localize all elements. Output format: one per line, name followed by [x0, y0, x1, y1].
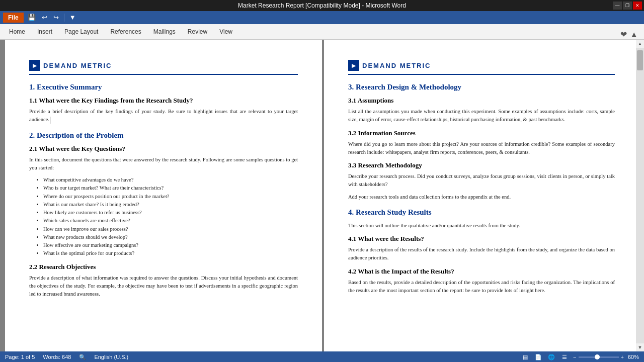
logo-left: ▶ DEMAND METRIC — [29, 60, 298, 75]
section-4: 4. Research Study Results This section w… — [348, 208, 615, 295]
window-title: Market Research Report [Compatibility Mo… — [238, 2, 406, 9]
list-item: Who is our target market? What are their… — [43, 184, 298, 192]
customize-icon[interactable]: ▼ — [67, 13, 78, 23]
list-item: What is the optimal price for our produc… — [43, 249, 298, 257]
section-3-1-body: List all the assumptions you made when c… — [348, 108, 615, 124]
ribbon-tabs: Home Insert Page Layout References Maili… — [0, 24, 644, 39]
restore-button[interactable]: ❐ — [623, 2, 632, 10]
list-item: What is our market share? Is it being er… — [43, 201, 298, 209]
page-right[interactable]: ▶ DEMAND METRIC 3. Research Design & Met… — [322, 40, 639, 351]
zoom-level[interactable]: 60% — [628, 354, 639, 360]
section-3-2-body: Where did you go to learn more about thi… — [348, 140, 615, 157]
ribbon: Home Insert Page Layout References Maili… — [0, 24, 644, 40]
section-2-2-body: Provide a description of what informatio… — [29, 274, 298, 299]
full-reading-view-button[interactable]: 📄 — [534, 353, 543, 361]
list-item: Which sales channels are most effective? — [43, 217, 298, 225]
toolbar-separator — [64, 14, 64, 22]
text-cursor — [50, 117, 50, 124]
title-bar: Market Research Report [Compatibility Mo… — [0, 0, 644, 11]
tab-references[interactable]: References — [104, 24, 147, 39]
section-4-heading: 4. Research Study Results — [348, 208, 615, 217]
section-1-heading: 1. Executive Summary — [29, 83, 298, 92]
tab-insert[interactable]: Insert — [31, 24, 58, 39]
print-layout-view-button[interactable]: ▤ — [521, 353, 530, 361]
zoom-thumb[interactable] — [595, 354, 600, 359]
list-item: What new products should we develop? — [43, 233, 298, 241]
word-count: Words: 648 — [43, 354, 71, 360]
logo-text-right: DEMAND METRIC — [362, 62, 431, 69]
list-item: Where do our prospects position our prod… — [43, 193, 298, 201]
section-4-intro: This section will outline the qualitativ… — [348, 222, 615, 230]
logo-text-left: DEMAND METRIC — [43, 62, 112, 69]
section-3-3-body2: Add your research tools and data collect… — [348, 193, 615, 201]
zoom-plus-button[interactable]: + — [621, 354, 624, 360]
section-2-heading: 2. Description of the Problem — [29, 131, 298, 140]
section-3-2-heading: 3.2 Information Sources — [348, 129, 615, 137]
close-button[interactable]: ✕ — [633, 2, 642, 10]
section-1: 1. Executive Summary 1.1 What were the K… — [29, 83, 298, 124]
logo-icon-right: ▶ — [348, 60, 359, 71]
section-3-1-heading: 3.1 Assumptions — [348, 97, 615, 105]
section-2-1-body: In this section, document the questions … — [29, 156, 298, 172]
spell-check-icon[interactable]: 🔍 — [79, 354, 86, 360]
page-info: Page: 1 of 5 — [5, 354, 35, 360]
section-2-2-heading: 2.2 Research Objectives — [29, 263, 298, 271]
tab-page-layout[interactable]: Page Layout — [58, 24, 104, 39]
key-questions-list: What competitive advantages do we have? … — [43, 176, 298, 258]
redo-icon[interactable]: ↪ — [51, 13, 61, 23]
status-right-area: ▤ 📄 🌐 ☰ − + 60% — [521, 353, 639, 361]
list-item: How likely are customers to refer us bus… — [43, 209, 298, 217]
scroll-down-arrow[interactable]: ▼ — [638, 343, 642, 351]
undo-icon[interactable]: ↩ — [40, 13, 49, 23]
scroll-thumb[interactable] — [637, 50, 643, 70]
section-2: 2. Description of the Problem 2.1 What w… — [29, 131, 298, 299]
web-layout-view-button[interactable]: 🌐 — [547, 353, 556, 361]
logo-icon-left: ▶ — [29, 60, 40, 71]
section-4-1-body: Provide a description of the results of … — [348, 246, 615, 262]
ribbon-right-actions: ❤ ▲ — [620, 30, 641, 39]
vertical-scrollbar[interactable]: ▲ ▼ — [636, 40, 644, 351]
window-controls: — ❐ ✕ — [613, 2, 642, 10]
zoom-slider[interactable]: − + — [573, 354, 624, 360]
section-3-3-body: Describe your research process. Did you … — [348, 172, 615, 189]
pages-container: ▶ DEMAND METRIC 1. Executive Summary 1.1… — [5, 40, 639, 351]
zoom-track[interactable] — [579, 356, 619, 358]
collapse-ribbon-icon[interactable]: ▲ — [630, 30, 638, 39]
zoom-minus-button[interactable]: − — [573, 354, 576, 360]
logo-right: ▶ DEMAND METRIC — [348, 60, 615, 75]
scroll-up-arrow[interactable]: ▲ — [638, 40, 642, 48]
page-left[interactable]: ▶ DEMAND METRIC 1. Executive Summary 1.1… — [5, 40, 322, 351]
section-3: 3. Research Design & Methodology 3.1 Ass… — [348, 83, 615, 201]
section-4-1-heading: 4.1 What were the Results? — [348, 235, 615, 243]
save-icon[interactable]: 💾 — [26, 13, 38, 23]
section-1-1-body: Provide a brief description of the key f… — [29, 108, 298, 124]
section-2-1-heading: 2.1 What were the Key Questions? — [29, 145, 298, 153]
document-area: ▶ DEMAND METRIC 1. Executive Summary 1.1… — [0, 40, 644, 351]
section-4-2-body: Based on the results, provide a detailed… — [348, 279, 615, 295]
language[interactable]: English (U.S.) — [94, 354, 128, 360]
scroll-track[interactable] — [636, 48, 644, 343]
list-item: What competitive advantages do we have? — [43, 176, 298, 184]
file-tab-button[interactable]: File — [3, 13, 24, 23]
minimize-button[interactable]: — — [613, 2, 622, 10]
tab-mailings[interactable]: Mailings — [147, 24, 182, 39]
tab-view[interactable]: View — [213, 24, 238, 39]
section-3-3-heading: 3.3 Research Methodology — [348, 161, 615, 169]
quick-access-toolbar: File 💾 ↩ ↪ ▼ — [0, 11, 644, 24]
list-item: How effective are our marketing campaign… — [43, 241, 298, 249]
outline-view-button[interactable]: ☰ — [560, 353, 569, 361]
status-bar: Page: 1 of 5 Words: 648 🔍 English (U.S.)… — [0, 351, 644, 362]
tab-review[interactable]: Review — [182, 24, 213, 39]
list-item: How can we improve our sales process? — [43, 225, 298, 233]
help-icon[interactable]: ❤ — [620, 30, 627, 39]
section-4-2-heading: 4.2 What is the Impact of the Results? — [348, 267, 615, 276]
section-3-heading: 3. Research Design & Methodology — [348, 83, 615, 92]
section-1-1-heading: 1.1 What were the Key Findings from the … — [29, 97, 298, 105]
tab-home[interactable]: Home — [3, 24, 31, 39]
